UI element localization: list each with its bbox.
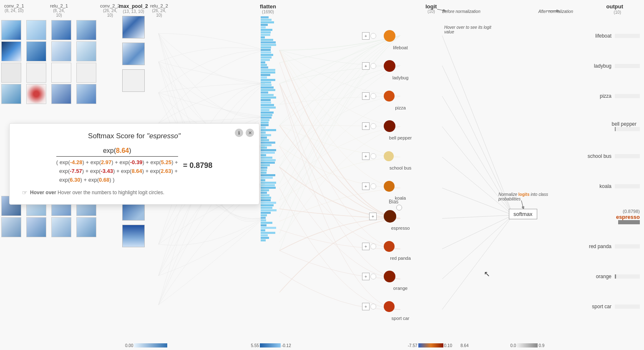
flatten-bar (261, 109, 269, 111)
logit-subheader: (10) (428, 9, 435, 14)
feature-map (1, 217, 21, 237)
flatten-header: flatten (1690) (259, 3, 277, 14)
flatten-bar (261, 89, 275, 91)
logit-scale-min: -7.57 (408, 343, 418, 348)
flatten-bar (261, 49, 271, 51)
logit-node-row-lifeboat: + lifeboat (384, 21, 400, 51)
plus-btn-lifeboat[interactable]: + (362, 32, 370, 40)
fraction-numerator-denom: exp(8.64) ( exp(-4.28) + exp(2.97) + exp… (56, 147, 178, 184)
flatten-bar (261, 222, 272, 224)
feature-map (26, 84, 46, 104)
flatten-bar (261, 214, 267, 216)
output-row-ladybug: ladybug (588, 51, 640, 81)
flatten-bar (261, 124, 269, 126)
maxpool-2-subtext: (13, 13, 10) (119, 9, 148, 14)
output-header: output (606, 3, 623, 10)
empty-circle-red-panda (370, 243, 376, 249)
logit-label-espresso: espresso (384, 226, 417, 231)
flatten-scale-gradient (260, 343, 281, 347)
flatten-bar (261, 227, 276, 229)
flatten-bar (261, 79, 275, 81)
maxpool-feature-2 (122, 43, 145, 65)
plus-btn-pizza[interactable]: + (362, 92, 370, 100)
fraction-denominator: ( exp(-4.28) + exp(2.97) + exp(-0.39) + … (56, 158, 178, 184)
output-scale: 0.0 0.9 (510, 343, 544, 348)
flatten-bar (261, 217, 266, 219)
logit-circle-red-panda (384, 241, 395, 252)
flatten-bar (261, 167, 267, 169)
flatten-bar (261, 132, 266, 134)
logit-circle-orange (384, 271, 395, 282)
cursor: ↖ (484, 269, 490, 279)
plus-btn-orange[interactable]: + (362, 273, 370, 280)
logit-circle-sport-car (384, 301, 395, 312)
flatten-bar (261, 69, 275, 71)
popup-close-button[interactable]: ✕ (246, 129, 254, 137)
flatten-bar (261, 187, 276, 189)
logit-label-school-bus: school bus (384, 165, 417, 170)
flatten-bar (261, 237, 269, 239)
color-scale-bar: 0.00 5.55 -0.12 -7.57 0.10 8.64 0.0 0.9 (0, 341, 644, 350)
flatten-scale: 5.55 -0.12 (251, 343, 291, 348)
output-scale-gradient (517, 343, 538, 347)
flatten-bar (261, 16, 269, 18)
output-row-koala: koala (588, 171, 640, 201)
flatten-bar (261, 177, 273, 179)
flatten-bar (261, 192, 267, 194)
flatten-subtext: (1690) (259, 10, 277, 14)
feature-map (76, 63, 96, 83)
logit-node-row-pizza: + pizza (384, 81, 400, 111)
output-bar-pizza (615, 94, 640, 98)
popup-info-button[interactable]: ℹ (235, 129, 243, 137)
flatten-bar (261, 114, 272, 116)
plus-btn-koala[interactable]: + (362, 183, 370, 190)
plus-btn-school-bus[interactable]: + (362, 152, 370, 160)
output-row-lifeboat: lifeboat (588, 21, 640, 51)
plus-btn-ladybug[interactable]: + (362, 62, 370, 70)
logit-label-ladybug: ladybug (384, 75, 417, 80)
flatten-bar (261, 107, 276, 109)
output-scale-min: 0.0 (510, 343, 516, 348)
feature-map (76, 84, 96, 104)
output-bar-fill-orange (615, 274, 616, 279)
plus-btn-red-panda[interactable]: + (362, 243, 370, 250)
plus-btn-bell-pepper[interactable]: + (362, 122, 370, 130)
flatten-bar (261, 152, 275, 154)
feature-map (51, 217, 71, 237)
flatten-bar (261, 91, 268, 94)
logit-label-koala: koala (384, 195, 417, 200)
output-label-orange: orange (596, 274, 611, 279)
plus-btn-espresso[interactable]: + (369, 213, 377, 220)
feature-map (51, 84, 71, 104)
before-norm-annotation: Before normalization (442, 9, 492, 14)
feature-map (76, 217, 96, 237)
empty-circle-pizza (370, 93, 376, 99)
feature-map (26, 41, 46, 61)
flatten-bar (261, 207, 272, 209)
flatten-bar (261, 74, 270, 76)
flatten-bar (261, 119, 269, 121)
relu-2-2-subtext: (26, 24, 10) (150, 8, 168, 18)
feature-map (26, 217, 46, 237)
output-row-espresso: (0.8798) espresso (588, 201, 640, 231)
output-row-school-bus: school bus (588, 141, 640, 171)
empty-circle-ladybug (370, 63, 376, 69)
output-label-red-panda: red panda (589, 243, 611, 249)
output-label-sport-car: sport car (592, 304, 611, 309)
logit-node-row-koala: + koala (384, 171, 400, 201)
flatten-bar (261, 66, 268, 68)
logit-node-row-bell-pepper: + bell pepper (384, 111, 400, 141)
left-scale: 0.00 (125, 343, 167, 348)
output-prob-espresso: (0.8798) (623, 209, 640, 214)
feature-map (51, 63, 71, 83)
flatten-bar (261, 99, 271, 101)
output-label-pizza: pizza (600, 93, 611, 99)
feature-map (1, 41, 21, 61)
flatten-bar (261, 182, 276, 184)
plus-btn-sport-car[interactable]: + (362, 303, 370, 310)
output-label-koala: koala (599, 183, 611, 189)
feature-map (76, 41, 96, 61)
conv-2-1-header: conv_2_1 (8, 24, 10) (4, 3, 24, 13)
output-bar-orange (615, 274, 640, 279)
hover-hint: Hover over to see its logit value (444, 25, 498, 34)
